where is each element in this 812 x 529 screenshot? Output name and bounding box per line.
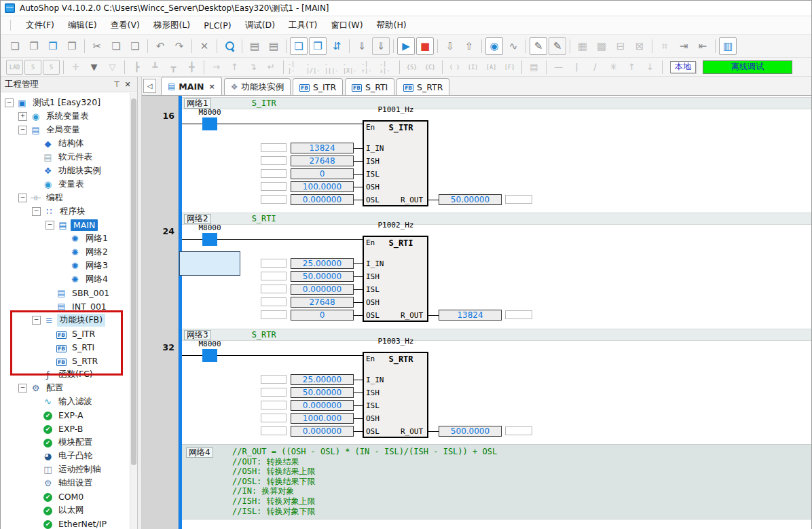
paste-icon[interactable]: ❑ [126,37,144,55]
pin-value-box[interactable]: 50.00000 [291,387,354,398]
menu-item-8[interactable]: 帮助(H) [371,18,413,33]
menu-item-0[interactable]: 文件(F) [20,18,60,33]
tree-item-function-blocks[interactable]: −≡功能块(FB) [1,313,130,327]
coil-reset-icon[interactable]: {C} [422,60,439,75]
tree-item-network-4[interactable]: ✺网络4 [1,272,130,286]
tree-item-network-2[interactable]: ✺网络2 [1,245,130,259]
comment-icon[interactable]: ▤ [525,60,542,75]
tree-item-module-config[interactable]: ✔模块配置 [1,435,130,449]
pin-value-box[interactable]: 0.000000 [291,194,354,205]
pin-value-box[interactable]: 1000.000 [291,413,354,424]
delete-row-icon[interactable]: ⊠ [631,37,648,55]
pin-value-box[interactable]: 27648 [291,297,354,308]
operand-box[interactable] [261,414,287,422]
operand-box[interactable] [261,285,287,293]
operand-box[interactable] [261,375,287,384]
pin-icon[interactable]: ⊤ [111,79,122,90]
star-line-icon[interactable]: ✳ [605,60,622,75]
tree-item-sbr-001[interactable]: ▤SBR_001 [1,286,130,299]
print-preview-icon[interactable]: ▤ [246,37,263,55]
grid-delete-icon[interactable]: ▩ [593,37,610,55]
down-hollow-icon[interactable]: ▽ [104,60,121,75]
output-operand-box[interactable] [505,195,532,204]
output-value-box[interactable]: 500.0000 [439,426,502,437]
rung-cross-icon[interactable]: ╋ [183,60,200,75]
pin-value-box[interactable]: 50.00000 [291,271,354,282]
test-icon[interactable]: ⌗ [656,37,673,55]
tree-item-system-var-table[interactable]: +◉系统变量表 [1,109,130,123]
compile-all-icon[interactable]: ⇓ [372,37,390,55]
operand-box[interactable] [261,143,287,152]
tab-main[interactable]: ▤MAIN× [161,77,222,95]
insert-row-icon[interactable]: ⊟ [612,37,629,55]
tab-s-itr[interactable]: FBS_ITR [293,78,343,95]
rung-bottom-icon[interactable]: ┻ [147,60,164,75]
stop-icon[interactable]: ■ [416,37,434,55]
tree-item-network-1[interactable]: ✺网络1 [1,232,130,245]
operand-box[interactable] [261,272,287,280]
menu-item-1[interactable]: 编辑(E) [62,18,103,33]
contact-m8000[interactable] [202,349,217,362]
debug-write-icon[interactable]: ✎ [530,37,547,55]
tree-item-global-vars[interactable]: −▤全局变量 [1,123,130,136]
slash-line-icon[interactable]: ∕ [587,60,604,75]
tree-scrollbar[interactable] [130,93,137,529]
tree-toggle-icon[interactable]: − [18,384,27,393]
operand-box[interactable] [261,182,287,191]
tab-scroll-left-icon[interactable]: ◁ [143,79,156,93]
local-button[interactable]: 本地 [670,61,696,73]
contact-n-icon[interactable]: -|X|- [342,60,359,75]
tree-item-programming[interactable]: −⊣⊢编程 [1,191,130,204]
close-icon[interactable]: ✕ [122,79,133,90]
tree-item-var-table[interactable]: ◉变量表 [1,177,130,191]
menu-item-5[interactable]: 调试(D) [239,18,281,33]
line-right-icon[interactable]: → [208,60,225,75]
tree-item-program-blocks[interactable]: −∷程序块 [1,204,130,218]
operand-box[interactable] [261,310,287,319]
sfc-mode-icon[interactable]: S [24,60,41,75]
tree-item-motion-axis[interactable]: ◫运动控制轴 [1,462,130,476]
tree-toggle-icon[interactable]: + [18,112,27,121]
save-all-icon[interactable]: ❒ [63,37,81,55]
undo-icon[interactable]: ↶ [151,37,169,55]
pin-value-box[interactable]: 0.000000 [291,284,354,295]
delete-icon[interactable]: ✕ [196,37,213,55]
download-icon[interactable]: ⇩ [441,37,459,55]
edit-icon[interactable]: ✎ [549,37,566,55]
pin-value-box[interactable]: 25.00000 [291,258,354,269]
open-project-icon[interactable]: ❐ [25,37,43,55]
tree-item-fb-s-rti[interactable]: FBS_RTI [1,340,130,354]
pin-value-box[interactable]: 100.0000 [291,181,354,192]
pin-value-box[interactable]: 13824 [291,143,354,153]
tree-item-ethernet-ip[interactable]: ✔EtherNet/IP [1,517,130,529]
operand-box[interactable] [261,426,287,435]
tree-item-axis-group[interactable]: ⚙轴组设置 [1,476,130,490]
tree-item-electronic-cam[interactable]: ◕电子凸轮 [1,449,130,462]
tree-item-fb-s-rtr[interactable]: FBS_RTR [1,354,130,367]
print-icon[interactable]: ▤ [265,37,282,55]
output-value-box[interactable]: 13824 [439,310,502,321]
contact-nc-icon[interactable]: -|/|- [306,60,322,75]
tree-item-exp-b[interactable]: ✔EXP-B [1,422,130,435]
menu-item-7[interactable]: 窗口(W) [325,18,369,33]
tree-item-input-filter[interactable]: ∿输入滤波 [1,395,130,408]
tree-item-struct[interactable]: ◆结构体 [1,136,130,150]
insert-cross-icon[interactable]: ✛ [67,60,84,75]
tree-toggle-icon[interactable]: − [32,316,41,325]
hline-icon[interactable]: — [550,60,567,75]
pin-value-box[interactable]: 0.000000 [291,400,354,411]
tree-item-functions-fc[interactable]: ƒ函数(FC) [1,367,130,381]
app-instr-icon[interactable]: [A] [483,60,500,75]
operand-box[interactable] [261,195,287,204]
pin-value-box[interactable]: 25.00000 [291,374,354,385]
func-instr-icon[interactable]: [F] [501,60,518,75]
menu-item-6[interactable]: 工具(T) [282,18,323,33]
output-operand-box[interactable] [505,426,532,435]
ladder-canvas[interactable]: 网络1S_ITRM8000P1001_HzEnS_ITR13824I_IN276… [182,96,811,529]
rung-top-icon[interactable]: ┳ [165,60,182,75]
tree-toggle-icon[interactable]: − [18,194,27,202]
arrow-down-icon[interactable]: ↓ [642,60,659,75]
line-corner-icon[interactable]: ↴ [244,60,261,75]
down-solid-icon[interactable]: ▼ [86,60,103,75]
line-corner2-icon[interactable]: ↵ [263,60,280,75]
